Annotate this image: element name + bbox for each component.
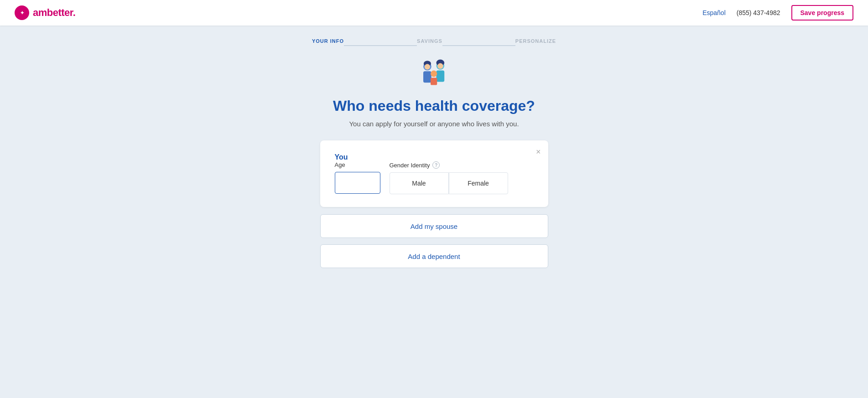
logo: ✦ ambetter. — [15, 5, 75, 20]
female-button[interactable]: Female — [449, 172, 508, 194]
age-group: Age — [335, 161, 380, 194]
svg-point-6 — [431, 71, 437, 77]
family-svg — [416, 58, 452, 90]
page-title: Who needs health coverage? — [333, 98, 535, 114]
form-row: Age Gender Identity ? Male Female — [335, 161, 534, 194]
page-subtitle: You can apply for yourself or anyone who… — [349, 120, 519, 128]
age-label: Age — [335, 161, 380, 168]
progress-line-2 — [442, 45, 515, 46]
add-spouse-button[interactable]: Add my spouse — [320, 214, 548, 238]
gender-buttons: Male Female — [390, 172, 534, 194]
male-button[interactable]: Male — [390, 172, 449, 194]
gender-label: Gender Identity — [390, 162, 430, 169]
progress-step-personalize: PERSONALIZE — [515, 38, 556, 47]
header-right: Español (855) 437-4982 Save progress — [702, 5, 853, 21]
main-content: Who needs health coverage? You can apply… — [0, 54, 868, 293]
gender-label-row: Gender Identity ? — [390, 161, 534, 169]
you-card-title: You — [335, 153, 348, 161]
header: ✦ ambetter. Español (855) 437-4982 Save … — [0, 0, 868, 26]
logo-icon: ✦ — [15, 5, 29, 20]
close-button[interactable]: × — [536, 148, 541, 156]
svg-rect-7 — [431, 78, 437, 85]
save-progress-button[interactable]: Save progress — [791, 5, 854, 21]
you-card: You × Age Gender Identity ? Male Female — [320, 140, 548, 207]
progress-step-your-info: YOUR INFO — [312, 38, 344, 47]
espanol-link[interactable]: Español — [702, 9, 726, 16]
svg-rect-1 — [423, 71, 431, 83]
family-illustration — [416, 58, 452, 90]
progress-step-savings-label: SAVINGS — [417, 38, 442, 44]
progress-step-personalize-label: PERSONALIZE — [515, 38, 556, 44]
progress-bar: YOUR INFO SAVINGS PERSONALIZE — [0, 26, 868, 54]
add-dependent-button[interactable]: Add a dependent — [320, 244, 548, 268]
phone-number: (855) 437-4982 — [737, 9, 780, 16]
logo-icon-text: ✦ — [20, 10, 24, 16]
logo-text: ambetter. — [33, 7, 75, 19]
progress-line-1 — [344, 45, 417, 46]
svg-point-8 — [424, 64, 430, 69]
svg-rect-3 — [436, 71, 444, 82]
age-input[interactable] — [335, 172, 380, 194]
progress-step-savings: SAVINGS — [417, 38, 442, 47]
gender-group: Gender Identity ? Male Female — [390, 161, 534, 194]
progress-step-your-info-label: YOUR INFO — [312, 38, 344, 44]
gender-help-icon[interactable]: ? — [432, 161, 440, 169]
svg-point-9 — [437, 63, 443, 69]
